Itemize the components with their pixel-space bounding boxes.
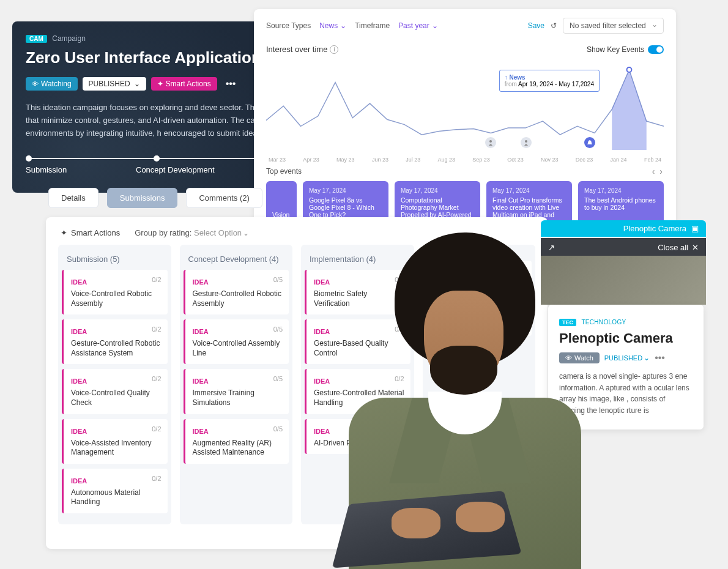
- watch-button[interactable]: Watch: [559, 352, 600, 363]
- source-types-dropdown[interactable]: News: [319, 21, 346, 30]
- idea-card[interactable]: IDEA 0/5 Immersive Training Simulations: [184, 369, 289, 414]
- expand-icon[interactable]: ↗: [548, 243, 555, 252]
- idea-label: IDEA: [71, 377, 87, 385]
- info-icon[interactable]: i: [330, 45, 338, 54]
- idea-title: Gesture-Controlled Robotic Assistance Sy…: [71, 339, 162, 358]
- idea-label: IDEA: [71, 477, 87, 485]
- cam-badge: CAM: [26, 35, 47, 43]
- events-next-button[interactable]: ›: [658, 166, 664, 176]
- idea-card[interactable]: IDEA 0/2 Voice-Assisted Inventory Manage…: [62, 419, 168, 464]
- plenoptic-card: TEC TECHNOLOGY Plenoptic Camera Watch PU…: [548, 305, 704, 430]
- idea-score: 0/2: [152, 375, 161, 382]
- idea-title: Autonomous Material Handling: [71, 488, 162, 507]
- stage-dot-concept[interactable]: [154, 155, 160, 162]
- idea-label: IDEA: [314, 328, 330, 335]
- idea-score: 0/5: [273, 325, 283, 333]
- events-prev-button[interactable]: ‹: [651, 166, 656, 176]
- smart-actions-button[interactable]: ✦ Smart Actions: [151, 77, 217, 91]
- group-by-select[interactable]: Select Option: [194, 228, 249, 237]
- idea-score: 0/2: [152, 276, 161, 283]
- eye-icon: [32, 80, 39, 88]
- chart-tooltip: ↑ News from Apr 19, 2024 - May 17,2024: [499, 70, 600, 92]
- event-date: May 17, 2024: [401, 187, 474, 194]
- stage-dot-submission[interactable]: [26, 155, 32, 162]
- idea-title: Voice-Controlled Assembly Line: [193, 339, 283, 358]
- idea-score: 0/5: [273, 276, 283, 283]
- idea-label: IDEA: [436, 310, 451, 317]
- idea-label: IDEA: [71, 428, 87, 435]
- watching-badge[interactable]: Watching: [26, 77, 78, 91]
- show-key-events-label: Show Key Events: [587, 45, 644, 54]
- save-button[interactable]: Save: [528, 21, 544, 30]
- plenoptic-title: Plenoptic Camera: [559, 330, 693, 346]
- top-events-label: Top events: [266, 167, 302, 176]
- interest-chart[interactable]: ↑ News from Apr 19, 2024 - May 17,2024: [266, 59, 664, 157]
- svg-point-1: [627, 67, 632, 72]
- more-menu-button[interactable]: •••: [655, 352, 665, 363]
- idea-title: AI-Driven Pre: [314, 439, 404, 448]
- event-title: Google Pixel 8a vs Google Pixel 8 - Whic…: [309, 196, 382, 218]
- idea-card[interactable]: IDEA 0/5 Gesture-Controlled Robotic Asse…: [184, 270, 289, 314]
- idea-title: Gesture-Controlled Material Handling: [314, 389, 404, 407]
- tab-comments-[interactable]: Comments (2): [186, 188, 262, 208]
- submissions-panel: DetailsSubmissionsComments (2) ✦ Smart A…: [46, 217, 548, 549]
- idea-title: AI-Driv: [436, 321, 526, 330]
- close-all-button[interactable]: Close all ✕: [658, 243, 699, 252]
- idea-label: IDEA: [71, 328, 87, 335]
- idea-card[interactable]: IDEA 0/2 Gesture-Based Quality Control: [305, 319, 410, 364]
- idea-title: Voice-Controlled Robotic Assembly: [71, 289, 162, 308]
- idea-label: IDEA: [314, 428, 330, 435]
- idea-title: AI-Powe Maintena: [436, 280, 526, 290]
- window-icon[interactable]: ▣: [691, 224, 699, 233]
- idea-card[interactable]: IDEA 0/2 Gesture-Controlled Material Han…: [305, 369, 410, 414]
- svg-marker-0: [612, 70, 647, 150]
- kanban-column: Submission (5) IDEA 0/2 Voice-Controlled…: [58, 245, 171, 524]
- eye-icon: [565, 354, 572, 362]
- svg-point-2: [489, 140, 492, 143]
- svg-point-3: [525, 140, 527, 143]
- kanban-column-title: [426, 251, 532, 261]
- kanban-column-title: Concept Development (4): [184, 251, 289, 270]
- chart-marker-person-icon: [485, 137, 496, 148]
- published-dropdown[interactable]: PUBLISHED: [604, 354, 650, 362]
- chart-title: Interest over time: [266, 45, 327, 54]
- idea-label: IDEA: [314, 377, 330, 385]
- idea-label: IDEA: [193, 328, 209, 335]
- kanban-column: IDEA AI-Powe Maintena IDEA AI-Driv: [423, 245, 536, 524]
- undo-icon[interactable]: ↺: [551, 21, 557, 30]
- idea-card[interactable]: IDEA AI-Driv: [426, 301, 532, 337]
- idea-card[interactable]: IDEA 0/2 Voice-Controlled Quality Check: [62, 369, 168, 414]
- idea-label: IDEA: [193, 278, 209, 286]
- idea-score: 0/2: [152, 325, 161, 333]
- tab-bar: DetailsSubmissionsComments (2): [45, 188, 262, 208]
- idea-card[interactable]: IDEA AI-Driven Pre: [305, 419, 410, 455]
- idea-label: IDEA: [193, 428, 209, 435]
- timeframe-dropdown[interactable]: Past year: [398, 21, 438, 30]
- idea-score: 0/2: [395, 276, 404, 283]
- published-dropdown[interactable]: PUBLISHED: [83, 77, 146, 91]
- idea-card[interactable]: IDEA AI-Powe Maintena: [426, 261, 532, 296]
- idea-title: Gesture-Based Quality Control: [314, 339, 404, 358]
- stage-label-concept: Concept Development: [136, 165, 215, 174]
- idea-card[interactable]: IDEA 0/2 Autonomous Material Handling: [62, 469, 168, 513]
- plenoptic-hero-image: [541, 256, 706, 305]
- idea-card[interactable]: IDEA 0/2 Gesture-Controlled Robotic Assi…: [62, 319, 168, 364]
- idea-title: Immersive Training Simulations: [193, 389, 283, 407]
- chart-x-axis: Mar 23Apr 23May 23Jun 23Jul 23Aug 23Sep …: [266, 157, 664, 163]
- more-menu-button[interactable]: •••: [222, 76, 240, 92]
- idea-card[interactable]: IDEA 0/2 Biometric Safety Verification: [305, 270, 410, 314]
- saved-filter-select[interactable]: No saved filter selected: [563, 18, 664, 34]
- idea-title: Voice-Assisted Inventory Management: [71, 439, 162, 458]
- idea-card[interactable]: IDEA 0/2 Voice-Controlled Robotic Assemb…: [62, 270, 168, 314]
- idea-score: 0/2: [395, 375, 404, 382]
- tab-details[interactable]: Details: [48, 188, 98, 208]
- plenoptic-header-bar: Plenoptic Camera ▣: [541, 220, 706, 237]
- tab-submissions[interactable]: Submissions: [107, 188, 178, 208]
- show-key-events-toggle[interactable]: [648, 45, 664, 54]
- idea-card[interactable]: IDEA 0/5 Voice-Controlled Assembly Line: [184, 319, 289, 364]
- idea-label: IDEA: [314, 278, 330, 286]
- smart-actions-link[interactable]: ✦ Smart Actions: [61, 228, 120, 237]
- chart-marker-person-icon: [521, 137, 532, 148]
- idea-card[interactable]: IDEA 0/5 Augmented Reality (AR) Assisted…: [184, 419, 289, 464]
- kanban-column: Implementation (4) IDEA 0/2 Biometric Sa…: [301, 245, 414, 524]
